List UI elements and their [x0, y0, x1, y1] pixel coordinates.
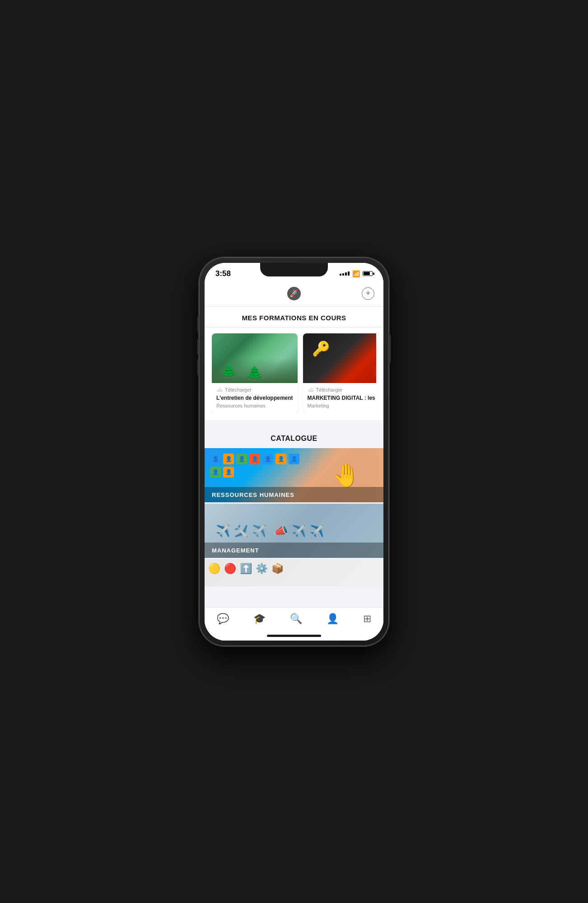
- category-card-partial[interactable]: 🟡 🔴 ⬆️ ⚙️ 📦: [205, 559, 383, 586]
- course-title-2: MARKETING DIGITAL : les suppo...: [308, 395, 376, 402]
- tab-profile[interactable]: 👤: [321, 612, 344, 626]
- courses-section: 🌲 ☁️ Télécharger L'entretien de développ…: [205, 328, 383, 421]
- catalogue-header: CATALOGUE: [205, 426, 383, 448]
- download-row-2[interactable]: ☁️ Télécharger: [308, 387, 376, 393]
- status-icons: 📶: [340, 270, 373, 277]
- course-thumb-nature: 🌲: [212, 333, 298, 383]
- category-card-rh[interactable]: 👤 👤 👤 👤 👤 👤 👤 👤 👤: [205, 448, 383, 502]
- download-row-1[interactable]: ☁️ Télécharger: [216, 387, 293, 393]
- course-category-2: Marketing: [308, 403, 376, 408]
- grid-icon: ⊞: [363, 613, 371, 625]
- download-label-1: Télécharger: [225, 387, 252, 393]
- battery-icon: [363, 271, 373, 276]
- notch: [260, 263, 328, 276]
- category-label-rh: RESSOURCES HUMAINES: [205, 487, 383, 502]
- tab-formations[interactable]: 🎓: [248, 612, 271, 626]
- catalogue-section: CATALOGUE 👤 👤 👤 👤 👤 👤: [205, 424, 383, 586]
- course-title-1: L'entretien de développement: [216, 395, 293, 402]
- add-button[interactable]: +: [362, 287, 374, 300]
- category-label-management: MANAGEMENT: [205, 543, 383, 558]
- marketing-badge: DIGITALMARKETING: [374, 365, 376, 376]
- tab-messages[interactable]: 💬: [211, 612, 234, 626]
- home-bar: [267, 635, 321, 637]
- main-scroll[interactable]: MES FORMATIONS EN COURS 🌲 ☁️: [205, 307, 383, 607]
- course-thumb-marketing: DIGITALMARKETING: [303, 333, 376, 383]
- formations-header: MES FORMATIONS EN COURS: [205, 307, 383, 328]
- messages-icon: 💬: [217, 613, 229, 625]
- status-time: 3:58: [215, 269, 231, 278]
- home-indicator: [205, 635, 383, 641]
- tab-search[interactable]: 🔍: [285, 612, 308, 626]
- phone-frame: 3:58 📶: [199, 257, 389, 646]
- svg-text:🚀: 🚀: [289, 289, 299, 298]
- wifi-icon: 📶: [352, 270, 360, 277]
- management-label-text: MANAGEMENT: [212, 547, 259, 554]
- top-nav: 🚀 +: [205, 281, 383, 307]
- formations-title: MES FORMATIONS EN COURS: [242, 314, 346, 322]
- profile-icon: 👤: [327, 613, 339, 625]
- tab-grid[interactable]: ⊞: [358, 612, 377, 626]
- course-card-2[interactable]: DIGITALMARKETING ☁️ Télécharger MARKETIN…: [303, 333, 376, 413]
- course-category-1: Ressources humaines: [216, 403, 293, 408]
- search-icon: 🔍: [290, 613, 302, 625]
- rh-label-text: RESSOURCES HUMAINES: [212, 491, 294, 498]
- signal-icon: [340, 271, 350, 276]
- app-screen: 3:58 📶: [205, 263, 383, 641]
- download-icon-2: ☁️: [308, 387, 314, 393]
- courses-scroll[interactable]: 🌲 ☁️ Télécharger L'entretien de développ…: [212, 333, 376, 413]
- download-label-2: Télécharger: [316, 387, 343, 393]
- download-icon-1: ☁️: [216, 387, 223, 393]
- category-card-management[interactable]: ✈️ ✈️ ✈️ 📣 ✈️ ✈️ MANAGEMENT: [205, 504, 383, 558]
- tab-bar: 💬 🎓 🔍 👤 ⊞: [205, 607, 383, 635]
- course-card-1[interactable]: 🌲 ☁️ Télécharger L'entretien de développ…: [212, 333, 298, 413]
- formations-icon: 🎓: [253, 613, 266, 625]
- phone-screen: 3:58 📶: [205, 263, 383, 641]
- app-logo: 🚀: [286, 285, 302, 302]
- catalogue-title: CATALOGUE: [271, 435, 317, 442]
